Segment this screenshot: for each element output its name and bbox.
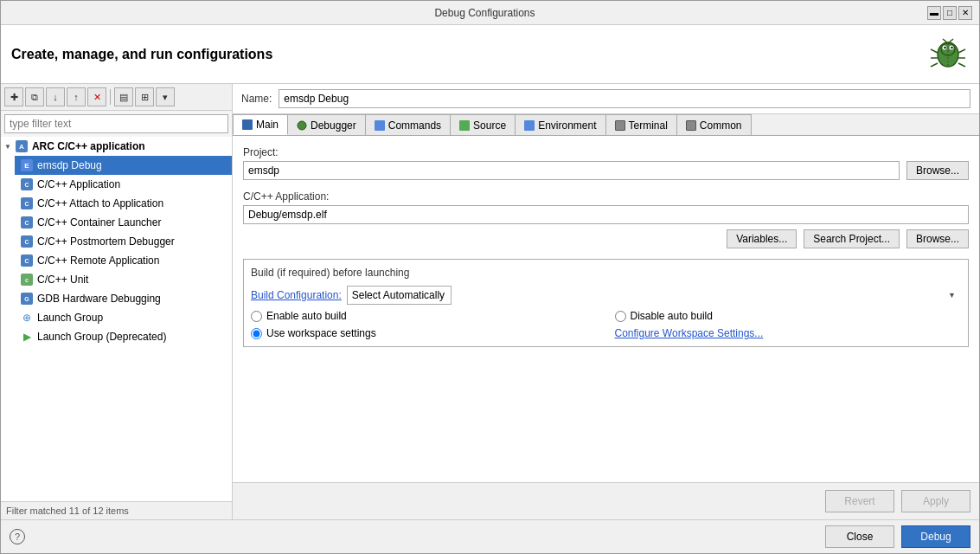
menu-button[interactable]: ▾ <box>156 87 175 106</box>
radio-workspace-label: Use workspace settings <box>266 327 376 339</box>
svg-line-13 <box>958 63 965 67</box>
tab-source[interactable]: Source <box>450 114 516 135</box>
title-bar-buttons: ▬ □ ✕ <box>927 6 972 20</box>
project-row: Browse... <box>243 161 969 180</box>
debug-icon <box>927 32 969 76</box>
tab-commands-label: Commands <box>388 119 441 132</box>
duplicate-button[interactable]: ⧉ <box>25 87 44 106</box>
build-config-select[interactable]: Select Automatically <box>347 286 452 305</box>
tab-environment-label: Environment <box>538 119 596 132</box>
configure-workspace-link[interactable]: Configure Workspace Settings... <box>615 327 764 339</box>
toolbar-separator <box>110 89 111 105</box>
app-label: C/C++ Application: <box>243 190 969 203</box>
build-config-label[interactable]: Build Configuration: <box>251 289 342 301</box>
project-label: Project: <box>243 146 969 158</box>
tab-source-label: Source <box>473 119 506 132</box>
terminal-tab-icon <box>615 120 625 131</box>
tree-item-label: C/C++ Postmortem Debugger <box>37 235 175 248</box>
build-section: Build (if required) before launching Bui… <box>243 259 969 347</box>
svg-line-11 <box>958 49 965 53</box>
app-input[interactable] <box>243 205 969 224</box>
tree-item-label: C/C++ Application <box>37 178 120 190</box>
tab-main[interactable]: Main <box>233 114 288 135</box>
svg-point-15 <box>298 121 306 130</box>
tree-item-label: Launch Group (Deprecated) <box>37 331 166 343</box>
project-browse-button[interactable]: Browse... <box>906 161 969 180</box>
left-panel: ✚ ⧉ ↓ ↑ ✕ ▤ ⊞ ▾ ▼ A ARC C/C++ appli <box>1 84 233 519</box>
left-toolbar: ✚ ⧉ ↓ ↑ ✕ ▤ ⊞ ▾ <box>1 84 232 111</box>
tree-item-gdb[interactable]: G GDB Hardware Debugging <box>15 289 232 308</box>
tab-debugger[interactable]: Debugger <box>287 114 366 135</box>
name-label: Name: <box>241 93 272 105</box>
cpp-unit-icon: c <box>20 273 34 287</box>
tree-item-cpp-attach[interactable]: C C/C++ Attach to Application <box>15 194 232 213</box>
maximize-button[interactable]: □ <box>943 6 957 20</box>
tree-item-launch-group-deprecated[interactable]: ▶ Launch Group (Deprecated) <box>15 327 232 346</box>
tree-item-label: C/C++ Attach to Application <box>37 197 163 209</box>
tab-main-label: Main <box>256 119 279 131</box>
right-panel: Name: Main Debugger Commands <box>233 84 979 519</box>
filter-button[interactable]: ⊞ <box>135 87 154 106</box>
tree-item-launch-group[interactable]: ⊕ Launch Group <box>15 308 232 327</box>
tree-item-label: emsdp Debug <box>37 159 102 171</box>
build-config-select-wrapper: Select Automatically <box>347 286 961 305</box>
revert-button[interactable]: Revert <box>825 490 894 512</box>
cpp-app-icon: C <box>20 177 34 191</box>
tab-environment[interactable]: Environment <box>515 114 605 135</box>
tree-item-label: C/C++ Remote Application <box>37 254 159 267</box>
radio-enable-auto-input[interactable] <box>251 311 262 322</box>
tab-common[interactable]: Common <box>676 114 752 135</box>
launch-group-icon: ⊕ <box>20 311 34 325</box>
import-button[interactable]: ↓ <box>46 87 65 106</box>
tree-item-cpp-unit[interactable]: c C/C++ Unit <box>15 270 232 289</box>
tree-item-emsdp-debug[interactable]: E emsdp Debug <box>15 156 232 175</box>
expand-icon: ▼ <box>4 143 11 151</box>
new-config-button[interactable]: ✚ <box>4 87 23 106</box>
delete-button[interactable]: ✕ <box>87 87 106 106</box>
name-input[interactable] <box>279 89 970 108</box>
minimize-button[interactable]: ▬ <box>927 6 941 20</box>
tree-children: E emsdp Debug C C/C++ Application C <box>1 156 232 346</box>
app-buttons-row: Variables... Search Project... Browse... <box>243 229 969 248</box>
tree-group-arc[interactable]: ▼ A ARC C/C++ application <box>1 137 232 156</box>
main-tab-form: Project: Browse... C/C++ Application: Va… <box>233 136 979 482</box>
app-browse-button[interactable]: Browse... <box>906 229 969 248</box>
tab-commands[interactable]: Commands <box>365 114 451 135</box>
bottom-bar: Revert Apply <box>233 482 979 519</box>
tree-group-label: ARC C/C++ application <box>32 140 145 152</box>
export-button[interactable]: ↑ <box>67 87 86 106</box>
search-project-button[interactable]: Search Project... <box>804 229 900 248</box>
radio-disable-auto-label: Disable auto build <box>631 310 713 322</box>
configure-link-item: Configure Workspace Settings... <box>615 327 962 339</box>
apply-button[interactable]: Apply <box>901 490 970 512</box>
close-window-button[interactable]: ✕ <box>958 6 972 20</box>
commands-tab-icon <box>375 120 385 131</box>
footer-buttons: Close Debug <box>825 525 970 548</box>
radio-workspace: Use workspace settings <box>251 327 598 339</box>
collapse-button[interactable]: ▤ <box>114 87 133 106</box>
radio-disable-auto-input[interactable] <box>615 311 626 322</box>
main-content: ✚ ⧉ ↓ ↑ ✕ ▤ ⊞ ▾ ▼ A ARC C/C++ appli <box>1 84 979 519</box>
tabs-bar: Main Debugger Commands Source <box>233 114 979 136</box>
tree-item-cpp-app[interactable]: C C/C++ Application <box>15 175 232 194</box>
name-row: Name: <box>233 84 979 114</box>
filter-input[interactable] <box>4 114 228 133</box>
tree-item-label: C/C++ Unit <box>37 274 88 286</box>
cpp-postmortem-icon: C <box>20 235 34 248</box>
cpp-attach-icon: C <box>20 196 34 210</box>
tree-item-cpp-remote[interactable]: C C/C++ Remote Application <box>15 251 232 270</box>
debug-button[interactable]: Debug <box>901 525 970 548</box>
help-button[interactable]: ? <box>10 529 25 544</box>
project-input[interactable] <box>243 161 900 180</box>
main-tab-icon <box>242 119 253 130</box>
tab-terminal[interactable]: Terminal <box>605 114 677 135</box>
tree-item-cpp-container[interactable]: C C/C++ Container Launcher <box>15 213 232 232</box>
tab-debugger-label: Debugger <box>311 119 356 132</box>
tree-item-cpp-postmortem[interactable]: C C/C++ Postmortem Debugger <box>15 232 232 251</box>
arc-group-icon: A <box>15 139 29 153</box>
variables-button[interactable]: Variables... <box>727 229 797 248</box>
tab-common-label: Common <box>700 119 742 132</box>
radio-workspace-input[interactable] <box>251 328 262 339</box>
gdb-icon: G <box>20 292 34 306</box>
close-button[interactable]: Close <box>825 525 894 548</box>
